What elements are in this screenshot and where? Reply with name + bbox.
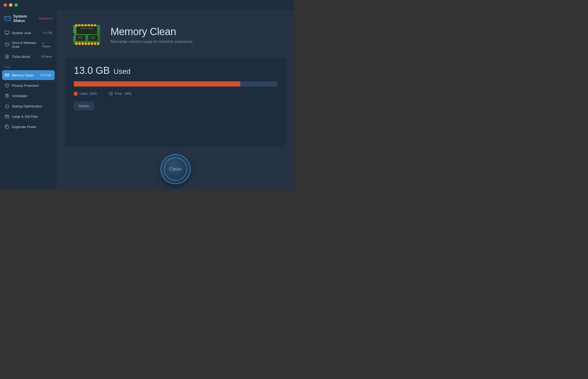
- uninstaller-label: Uninstaller: [12, 94, 28, 98]
- maximize-button[interactable]: [14, 3, 18, 7]
- sidebar-item-privacy-protection[interactable]: Privacy Protection: [2, 81, 55, 90]
- svg-rect-31: [94, 42, 96, 45]
- memory-progress-bar: [74, 81, 277, 86]
- memory-info-card: 13.0 GB Used Used : 82% Free : 18%: [65, 58, 286, 147]
- progress-used: [74, 81, 240, 86]
- svg-rect-32: [97, 42, 99, 45]
- progress-legend: Used : 82% Free : 18%: [74, 92, 277, 96]
- svg-rect-22: [6, 126, 9, 129]
- legend-dot-free: [109, 92, 113, 96]
- svg-rect-1: [6, 17, 7, 18]
- svg-rect-29: [88, 42, 90, 45]
- progress-free: [240, 81, 277, 86]
- panel-subtitle: Rearrange memory usage for smoother expe…: [110, 40, 193, 44]
- turbo-boost-badge: 93 items: [41, 55, 52, 58]
- legend-free: Free : 18%: [109, 92, 131, 96]
- svg-text:99U5469: 99U5469: [78, 36, 83, 38]
- trash-icon: [5, 93, 9, 98]
- svg-text:99U5469: 99U5469: [91, 36, 96, 38]
- svg-point-7: [7, 45, 7, 46]
- memory-used-display: 13.0 GB Used: [74, 65, 277, 76]
- memory-icon: [5, 73, 9, 77]
- system-status-icon: [4, 15, 11, 22]
- sidebar-header-left: System Status: [4, 14, 39, 23]
- status-badge: Dangerous: [39, 17, 53, 20]
- power-icon: [5, 104, 9, 108]
- svg-rect-51: [73, 33, 74, 36]
- sidebar-item-virus-malware[interactable]: Virus & Malware Scan 2 issues: [2, 38, 55, 51]
- main-content: System Status Dangerous System Junk: [0, 10, 294, 190]
- ram-icon-container: 99U5469-016AEF 99U5469 016AEF 99U5469 01…: [71, 19, 102, 50]
- svg-text:016AEF: 016AEF: [78, 38, 83, 39]
- system-junk-badge: 6.2 GB: [43, 31, 52, 34]
- shield-check-icon: [5, 83, 9, 88]
- panel-title: Memory Clean: [110, 26, 193, 37]
- sidebar-item-duplicate-finder[interactable]: Duplicate Finder: [2, 122, 55, 132]
- sidebar-item-large-old-files[interactable]: Large & Old Files: [2, 112, 55, 121]
- svg-rect-3: [5, 31, 9, 34]
- sidebar-item-startup-optimization[interactable]: Startup Optimization: [2, 101, 55, 111]
- startup-optimization-label: Startup Optimization: [12, 104, 42, 108]
- close-button[interactable]: [4, 3, 7, 7]
- sidebar-item-system-junk[interactable]: System Junk 6.2 GB: [2, 28, 55, 38]
- clean-button-label: Clean: [169, 167, 182, 172]
- svg-rect-28: [85, 42, 87, 45]
- sidebar-title: System Status: [13, 14, 39, 23]
- privacy-protection-label: Privacy Protection: [12, 84, 39, 88]
- zap-icon: [5, 54, 9, 59]
- legend-used-label: Used : 82%: [80, 92, 97, 96]
- memory-clean-badge: 13.0 GB↓: [40, 74, 52, 77]
- svg-rect-27: [82, 42, 84, 45]
- legend-dot-used: [74, 92, 77, 96]
- duplicate-finder-label: Duplicate Finder: [12, 125, 36, 129]
- tools-section-label: Tools: [0, 62, 57, 70]
- memory-used-text: Used: [114, 67, 130, 75]
- sidebar-item-turbo-boost[interactable]: Turbo Boost 93 items: [2, 52, 55, 61]
- tools-items: Memory Clean 13.0 GB↓ Privacy Protection: [0, 70, 57, 132]
- svg-rect-2: [8, 17, 10, 18]
- titlebar: [0, 0, 294, 10]
- archive-icon: [5, 114, 9, 119]
- sidebar-item-uninstaller[interactable]: Uninstaller: [2, 91, 55, 101]
- svg-rect-17: [6, 95, 8, 97]
- virus-malware-badge: 2 issues: [42, 42, 52, 48]
- svg-rect-0: [5, 16, 11, 20]
- memory-value: 13.0 GB: [74, 65, 110, 76]
- app-window: System Status Dangerous System Junk: [0, 0, 294, 190]
- traffic-lights: [4, 3, 18, 7]
- details-button[interactable]: Details: [74, 102, 94, 110]
- svg-text:016AEF: 016AEF: [91, 38, 95, 39]
- ram-chip-icon: 99U5469-016AEF 99U5469 016AEF 99U5469 01…: [71, 19, 102, 50]
- turbo-boost-label: Turbo Boost: [12, 55, 30, 59]
- minimize-button[interactable]: [9, 3, 12, 7]
- copy-icon: [5, 124, 9, 129]
- svg-text:99U5469-016AEF: 99U5469-016AEF: [80, 27, 93, 29]
- shield-alert-icon: [5, 42, 9, 47]
- virus-malware-label: Virus & Malware Scan: [12, 41, 42, 49]
- monitor-icon: [5, 30, 9, 35]
- panel-header: 99U5469-016AEF 99U5469 016AEF 99U5469 01…: [57, 10, 294, 58]
- panel-footer: Clean: [57, 152, 294, 190]
- sidebar-item-memory-clean[interactable]: Memory Clean 13.0 GB↓: [2, 70, 55, 80]
- clean-button[interactable]: Clean: [161, 155, 190, 183]
- svg-rect-20: [5, 115, 9, 116]
- main-panel: 99U5469-016AEF 99U5469 016AEF 99U5469 01…: [57, 10, 294, 190]
- sidebar: System Status Dangerous System Junk: [0, 10, 57, 190]
- sidebar-header: System Status Dangerous: [0, 14, 57, 28]
- svg-rect-26: [78, 42, 81, 45]
- legend-used: Used : 82%: [74, 92, 97, 96]
- memory-clean-label: Memory Clean: [12, 73, 34, 77]
- legend-free-label: Free : 18%: [115, 92, 131, 96]
- system-junk-label: System Junk: [12, 31, 31, 35]
- svg-rect-30: [91, 42, 93, 45]
- large-old-files-label: Large & Old Files: [12, 115, 38, 119]
- top-items: System Junk 6.2 GB Virus & Malware Scan: [0, 28, 57, 62]
- svg-rect-25: [75, 42, 77, 45]
